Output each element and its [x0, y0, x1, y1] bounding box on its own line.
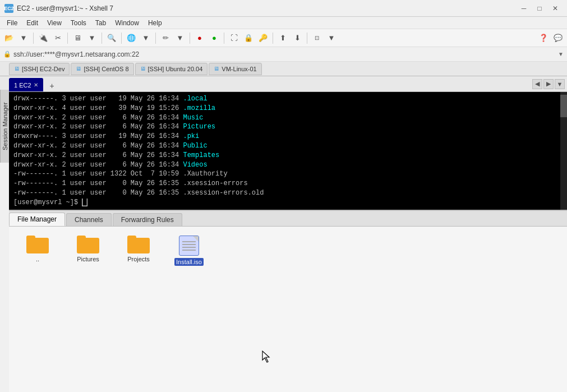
folder-icon-pictures [77, 236, 99, 253]
toolbar-sep5 [155, 33, 156, 44]
main-tab-bar: 1 EC2 ✕ + ◀ ▶ ▼ [0, 76, 567, 92]
close-button[interactable]: ✕ [548, 3, 563, 14]
session-tab-centos[interactable]: 🖥 [SSH] CentOS 8 [71, 63, 133, 75]
lock-icon: 🔒 [3, 50, 11, 58]
file-item-pictures[interactable]: Pictures [68, 233, 108, 265]
toolbar-green[interactable]: ● [208, 31, 221, 45]
session-tab-bar: 🖥 [SSH] EC2-Dev 🖥 [SSH] CentOS 8 🖥 [SSH]… [0, 62, 567, 76]
file-item-projects[interactable]: Projects [119, 233, 158, 265]
tab-close-button[interactable]: ✕ [34, 82, 38, 88]
terminal-line: -rw-------. 1 user user 0 May 26 16:35 .… [13, 179, 563, 188]
toolbar-sep4 [121, 33, 122, 44]
main-area: drwx------. 3 user user 19 May 26 16:34 … [0, 92, 567, 392]
terminal-line: drwxr-xr-x. 2 user user 6 May 26 16:34 P… [13, 141, 563, 151]
session-manager-label[interactable]: Session Manager [0, 90, 9, 163]
address-dropdown[interactable]: ▼ [558, 51, 564, 57]
menu-edit[interactable]: Edit [22, 18, 43, 28]
toolbar-globe2[interactable]: ▼ [139, 31, 153, 45]
terminal-line: drwxr-xr-x. 2 user user 6 May 26 16:34 P… [13, 122, 563, 132]
toolbar-red[interactable]: ● [193, 31, 206, 45]
tab-forwarding-rules[interactable]: Forwarding Rules [113, 213, 182, 226]
title-bar-controls: ─ □ ✕ [517, 3, 563, 14]
terminal-line: drwxr-xr-x. 4 user user 39 May 19 15:26 … [13, 104, 563, 113]
session-tab-vmlinux[interactable]: 🖥 VM-Linux-01 [209, 63, 261, 75]
toolbar-pencil[interactable]: ✏ [159, 31, 172, 45]
menu-tab[interactable]: Tab [91, 18, 110, 28]
toolbar-download[interactable]: ⬇ [291, 31, 304, 45]
address-text: ssh://user:****@mysvr1.netsarang.com:22 [13, 50, 556, 58]
toolbar-upload[interactable]: ⬆ [276, 31, 289, 45]
svg-marker-0 [262, 351, 269, 362]
toolbar-small-monitor[interactable]: ⊡ [310, 31, 324, 45]
folder-name-parent: .. [36, 256, 39, 262]
iso-file-icon [179, 236, 199, 256]
terminal-line: drwx------. 3 user user 19 May 26 16:34 … [13, 94, 563, 104]
toolbar-key[interactable]: 🔑 [256, 31, 270, 45]
bottom-tab-bar: File Manager Channels Forwarding Rules [9, 211, 567, 227]
main-tab-label: 1 EC2 [14, 82, 31, 89]
toolbar-sep7 [224, 33, 224, 44]
terminal-scrollbar-thumb[interactable] [560, 95, 567, 117]
menu-help[interactable]: Help [144, 18, 167, 28]
title-bar-left: EC2 EC2 - user@mysvr1:~ - Xshell 7 [4, 4, 113, 13]
iso-line [182, 241, 196, 242]
terminal-scrollbar[interactable] [560, 92, 567, 210]
toolbar-monitor2[interactable]: ▼ [85, 31, 99, 45]
toolbar-disconnect[interactable]: ✂ [51, 31, 64, 45]
empty-area[interactable] [9, 339, 567, 392]
file-item-install-iso[interactable]: Install.iso [169, 233, 209, 268]
address-bar: 🔒 ssh://user:****@mysvr1.netsarang.com:2… [0, 47, 567, 62]
folder-body [127, 238, 150, 253]
tab-channels[interactable]: Channels [66, 213, 112, 226]
toolbar-chat[interactable]: 💬 [551, 31, 565, 45]
folder-icon-parent [26, 236, 49, 253]
toolbar-pencil2[interactable]: ▼ [173, 31, 187, 45]
menu-tools[interactable]: Tools [66, 18, 91, 28]
terminal-line: -rw-------. 1 user user 1322 Oct 7 10:59… [13, 169, 563, 179]
toolbar-search[interactable]: 🔍 [105, 31, 118, 45]
app-icon: EC2 [4, 4, 13, 13]
toolbar-new-session[interactable]: 📂 [2, 31, 16, 45]
new-tab-button[interactable]: + [47, 80, 58, 91]
iso-line [182, 250, 196, 251]
menu-file[interactable]: File [2, 18, 22, 28]
tab-prev-button[interactable]: ◀ [532, 79, 542, 89]
toolbar-globe[interactable]: 🌐 [125, 31, 138, 45]
toolbar-help[interactable]: ❓ [537, 31, 550, 45]
toolbar-sep1 [33, 33, 34, 44]
terminal-line: drwxr-xr-x. 2 user user 6 May 26 16:34 V… [13, 160, 563, 170]
terminal-line: drwxr-xr-x. 2 user user 6 May 26 16:34 T… [13, 151, 563, 160]
main-tab-ec2[interactable]: 1 EC2 ✕ [9, 78, 43, 91]
folder-icon-projects [127, 236, 150, 253]
tab-list-button[interactable]: ▼ [555, 79, 565, 89]
tab-nav-buttons: ◀ ▶ ▼ [532, 79, 567, 89]
maximize-button[interactable]: □ [532, 3, 547, 14]
iso-line [182, 244, 196, 245]
terminal[interactable]: drwx------. 3 user user 19 May 26 16:34 … [9, 92, 567, 210]
toolbar-sep3 [102, 33, 102, 44]
title-bar: EC2 EC2 - user@mysvr1:~ - Xshell 7 ─ □ ✕ [0, 0, 567, 17]
tab-next-button[interactable]: ▶ [543, 79, 554, 89]
toolbar-fullscreen[interactable]: ⛶ [227, 31, 241, 45]
toolbar-connect[interactable]: 🔌 [36, 31, 50, 45]
tab-file-manager[interactable]: File Manager [9, 213, 65, 226]
folder-body [26, 238, 49, 253]
toolbar-sep6 [190, 33, 190, 44]
menu-window[interactable]: Window [110, 18, 144, 28]
terminal-line: -rw-------. 1 user user 0 May 26 16:35 .… [13, 188, 563, 198]
toolbar-open[interactable]: ▼ [17, 31, 30, 45]
minimize-button[interactable]: ─ [517, 3, 531, 14]
toolbar-small-monitor2[interactable]: ▼ [325, 31, 338, 45]
file-name-install-iso: Install.iso [174, 258, 204, 266]
file-item-parent[interactable]: .. [18, 233, 57, 265]
file-manager-content: .. Pictures Projects [9, 227, 567, 339]
session-tab-ec2dev[interactable]: 🖥 [SSH] EC2-Dev [9, 63, 70, 75]
toolbar-lock[interactable]: 🔒 [242, 31, 255, 45]
terminal-prompt: [user@mysvrl ~]$ █ [13, 198, 563, 207]
session-tab-ubuntu[interactable]: 🖥 [SSH] Ubuntu 20.04 [135, 63, 208, 75]
session-tabs: 🖥 [SSH] EC2-Dev 🖥 [SSH] CentOS 8 🖥 [SSH]… [9, 63, 565, 75]
terminal-line: drwxr-xr-x. 2 user user 6 May 26 16:34 M… [13, 113, 563, 123]
toolbar-monitor[interactable]: 🖥 [71, 31, 84, 45]
menu-view[interactable]: View [43, 18, 66, 28]
folder-name-pictures: Pictures [77, 256, 99, 262]
